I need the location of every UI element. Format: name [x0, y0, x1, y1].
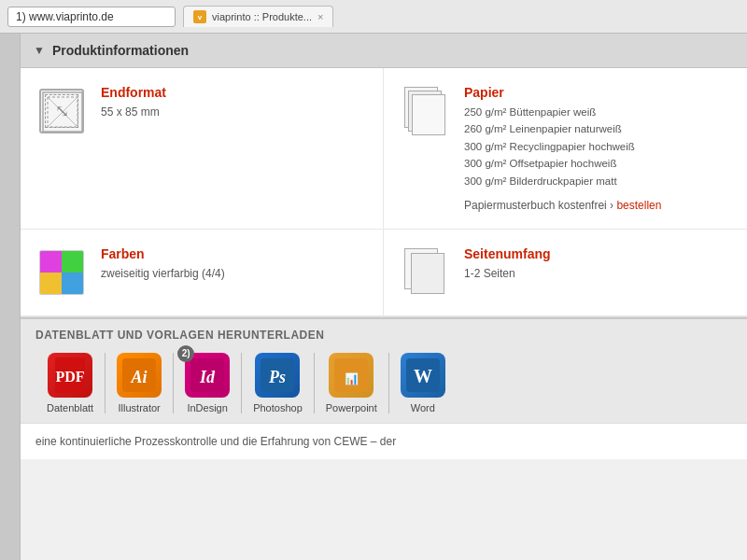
endformat-cell: Endformat 55 x 85 mm: [21, 68, 384, 230]
tool-powerpoint[interactable]: 📊 Powerpoint: [315, 353, 389, 413]
musterbuch-info: Papiermusterbuch kostenfrei › bestellen: [464, 199, 661, 212]
papier-info: Papier 250 g/m² Büttenpapier weiß 260 g/…: [464, 85, 661, 212]
papier-cell: Papier 250 g/m² Büttenpapier weiß 260 g/…: [384, 68, 747, 230]
seitenumfang-value: 1-2 Seiten: [464, 265, 551, 282]
endformat-icon-container: [35, 85, 88, 137]
papier-option-5: 300 g/m² Bilderdruckpapier matt: [464, 173, 661, 189]
papier-icon: [404, 87, 445, 135]
svg-text:Ai: Ai: [131, 368, 148, 386]
farben-cell: Farben zweiseitig vierfarbig (4/4): [21, 230, 384, 316]
svg-text:W: W: [414, 366, 432, 386]
illustrator-label: Illustrator: [119, 402, 161, 413]
farben-magenta: [40, 251, 62, 273]
indesign-label: InDesign: [187, 402, 227, 413]
collapse-arrow-icon: ▼: [34, 44, 45, 57]
browser-tab[interactable]: v viaprinto :: Produkte... ×: [183, 6, 333, 27]
download-section: DATENBLATT UND VORLAGEN HERUNTERLADEN PD…: [21, 317, 747, 423]
tab-favicon: v: [193, 10, 206, 23]
main-area: ▼ Produktinformationen: [21, 34, 747, 560]
svg-text:v: v: [198, 13, 203, 21]
papier-option-4: 300 g/m² Offsetpapier hochweiß: [464, 155, 661, 172]
browser-chrome: 1) www.viaprinto.de v viaprinto :: Produ…: [0, 0, 747, 34]
word-label: Word: [411, 402, 435, 413]
tool-datenblatt[interactable]: PDF Datenblatt: [35, 353, 106, 413]
page-content: ▼ Produktinformationen: [0, 34, 747, 560]
tool-word[interactable]: W Word: [389, 353, 457, 413]
svg-text:Ps: Ps: [268, 368, 286, 386]
download-tools-bar: PDF Datenblatt Ai Illustrator: [35, 353, 732, 413]
papier-option-1: 250 g/m² Büttenpapier weiß: [464, 104, 661, 120]
seitenumfang-title: Seitenumfang: [464, 246, 551, 261]
papier-title: Papier: [464, 85, 661, 100]
svg-text:Id: Id: [199, 368, 216, 386]
word-icon: W: [401, 353, 445, 398]
farben-cyan: [62, 273, 83, 294]
svg-line-5: [49, 98, 77, 126]
farben-title: Farben: [101, 246, 225, 261]
section-header[interactable]: ▼ Produktinformationen: [21, 34, 747, 68]
svg-text:📊: 📊: [345, 371, 359, 385]
datenblatt-label: Datenblatt: [47, 402, 93, 413]
farben-info: Farben zweiseitig vierfarbig (4/4): [101, 246, 225, 282]
farben-yellow: [40, 273, 62, 294]
musterbuch-text: Papiermusterbuch kostenfrei ›: [464, 199, 613, 212]
powerpoint-label: Powerpoint: [326, 402, 377, 413]
photoshop-icon: Ps: [255, 353, 300, 398]
section-title: Produktinformationen: [52, 43, 189, 58]
farben-value: zweiseitig vierfarbig (4/4): [101, 265, 225, 282]
papier-option-3: 300 g/m² Recyclingpapier hochweiß: [464, 138, 661, 155]
url-bar[interactable]: 1) www.viaprinto.de: [7, 7, 176, 27]
seitenumfang-icon: [404, 248, 445, 297]
svg-line-4: [49, 98, 77, 126]
farben-green: [62, 251, 83, 273]
tool-photoshop[interactable]: Ps Photoshop: [242, 353, 315, 413]
svg-text:PDF: PDF: [56, 369, 85, 385]
product-info-grid: Endformat 55 x 85 mm Papier 250 g/m² B: [21, 68, 747, 317]
papier-options: 250 g/m² Büttenpapier weiß 260 g/m² Lein…: [464, 104, 661, 189]
step-2-badge: 2): [177, 345, 194, 362]
sidebar-strip: [0, 34, 21, 560]
farben-icon-container: [35, 246, 88, 299]
illustrator-icon: Ai: [117, 353, 162, 398]
seitenumfang-icon-container: [399, 246, 451, 299]
svg-rect-2: [43, 92, 82, 132]
pdf-icon: PDF: [48, 353, 92, 398]
bottom-text-content: eine kontinuierliche Prozesskontrolle un…: [35, 435, 732, 448]
endformat-title: Endformat: [101, 85, 166, 100]
seitenumfang-info: Seitenumfang 1-2 Seiten: [464, 246, 551, 282]
tab-close-button[interactable]: ×: [317, 11, 323, 22]
papier-icon-container: [399, 85, 451, 137]
bottom-text-area: eine kontinuierliche Prozesskontrolle un…: [21, 423, 747, 459]
photoshop-label: Photoshop: [253, 402, 303, 413]
powerpoint-icon: 📊: [329, 353, 374, 398]
endformat-value: 55 x 85 mm: [101, 104, 166, 120]
farben-icon: [39, 250, 84, 295]
download-title: DATENBLATT UND VORLAGEN HERUNTERLADEN: [35, 329, 732, 342]
svg-rect-3: [48, 97, 78, 127]
seitenumfang-cell: Seitenumfang 1-2 Seiten: [384, 230, 747, 316]
musterbuch-link[interactable]: bestellen: [616, 199, 661, 212]
papier-option-2: 260 g/m² Leinenpapier naturweiß: [464, 120, 661, 137]
endformat-icon: [39, 89, 84, 133]
endformat-info: Endformat 55 x 85 mm: [101, 85, 166, 120]
tool-illustrator[interactable]: Ai Illustrator: [106, 353, 174, 413]
tab-label: viaprinto :: Produkte...: [212, 11, 312, 22]
tool-indesign[interactable]: 2) Id InDesign: [174, 353, 242, 413]
